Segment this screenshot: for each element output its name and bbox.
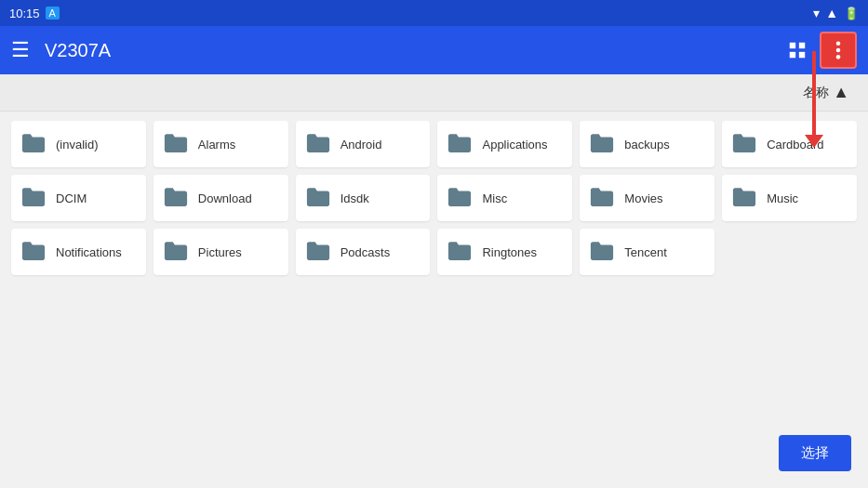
folder-item[interactable]: Ringtones <box>437 229 572 275</box>
folder-name: Pictures <box>198 245 242 259</box>
more-icon <box>835 40 841 60</box>
folder-name: Download <box>198 191 252 205</box>
folder-icon <box>447 186 473 210</box>
signal-icon: ▲ <box>825 6 838 20</box>
folder-icon <box>20 240 47 264</box>
svg-rect-0 <box>790 43 795 48</box>
folder-name: (invalid) <box>56 138 99 152</box>
folder-icon <box>305 186 331 210</box>
folder-icon <box>163 186 189 210</box>
svg-rect-1 <box>799 43 805 48</box>
folder-icon <box>305 132 331 156</box>
folder-icon <box>447 240 473 264</box>
folder-item[interactable]: Alarms <box>154 121 288 167</box>
svg-point-4 <box>836 41 841 46</box>
folder-item[interactable]: Music <box>722 175 857 221</box>
sort-bar: 名称 ▲ <box>0 74 868 112</box>
folder-icon <box>589 186 615 210</box>
folder-item[interactable]: Pictures <box>154 229 288 275</box>
folder-name: backups <box>624 138 669 152</box>
app-indicator: A <box>46 7 60 20</box>
folder-grid: (invalid) Alarms Android Applications ba <box>0 112 868 284</box>
folder-name: Tencent <box>624 245 667 259</box>
folder-icon <box>589 132 615 156</box>
folder-item[interactable]: Podcasts <box>296 229 431 275</box>
svg-rect-3 <box>799 52 805 58</box>
folder-name: Idsdk <box>341 191 369 205</box>
folder-icon <box>163 240 189 264</box>
folder-name: DCIM <box>56 191 87 205</box>
folder-name: Cardboard <box>767 138 823 152</box>
battery-icon: 🔋 <box>844 7 859 20</box>
grid-icon <box>787 40 808 60</box>
folder-item[interactable]: backups <box>580 121 714 167</box>
folder-icon <box>589 240 615 264</box>
folder-icon <box>20 132 47 156</box>
wifi-icon: ▾ <box>813 6 820 20</box>
folder-item[interactable]: Download <box>154 175 288 221</box>
folder-item[interactable]: (invalid) <box>11 121 146 167</box>
time: 10:15 <box>9 7 40 20</box>
svg-rect-2 <box>790 52 795 58</box>
folder-item[interactable]: Tencent <box>580 229 714 275</box>
folder-name: Movies <box>624 191 662 205</box>
folder-name: Misc <box>482 191 507 205</box>
sort-direction-icon[interactable]: ▲ <box>833 83 849 102</box>
folder-name: Ringtones <box>482 245 537 259</box>
folder-icon <box>163 132 189 156</box>
folder-name: Music <box>767 191 798 205</box>
grid-view-button[interactable] <box>779 32 816 69</box>
folder-name: Applications <box>482 138 547 152</box>
folder-icon <box>731 132 757 156</box>
folder-item[interactable]: Misc <box>437 175 572 221</box>
folder-item[interactable]: Movies <box>580 175 714 221</box>
folder-icon <box>305 240 331 264</box>
top-bar: ☰ V2307A <box>0 26 868 74</box>
more-options-button[interactable] <box>820 32 857 69</box>
folder-item[interactable]: Applications <box>437 121 572 167</box>
folder-item[interactable]: DCIM <box>11 175 146 221</box>
select-button[interactable]: 选择 <box>779 435 851 471</box>
folder-icon <box>20 186 47 210</box>
folder-name: Alarms <box>198 138 235 152</box>
folder-name: Podcasts <box>341 245 390 259</box>
folder-icon <box>731 186 757 210</box>
status-left: 10:15 A <box>9 7 60 20</box>
folder-name: Notifications <box>56 245 122 259</box>
folder-item[interactable]: Android <box>296 121 431 167</box>
sort-label: 名称 <box>803 85 829 101</box>
status-right: ▾ ▲ 🔋 <box>813 6 859 20</box>
hamburger-menu-button[interactable]: ☰ <box>11 38 30 62</box>
folder-item[interactable]: Cardboard <box>722 121 857 167</box>
svg-point-5 <box>836 48 841 53</box>
folder-icon <box>447 132 473 156</box>
folder-name: Android <box>341 138 382 152</box>
svg-point-6 <box>836 55 841 59</box>
folder-item[interactable]: Idsdk <box>296 175 431 221</box>
status-bar: 10:15 A ▾ ▲ 🔋 <box>0 0 868 26</box>
app-title: V2307A <box>45 40 779 61</box>
folder-item[interactable]: Notifications <box>11 229 146 275</box>
